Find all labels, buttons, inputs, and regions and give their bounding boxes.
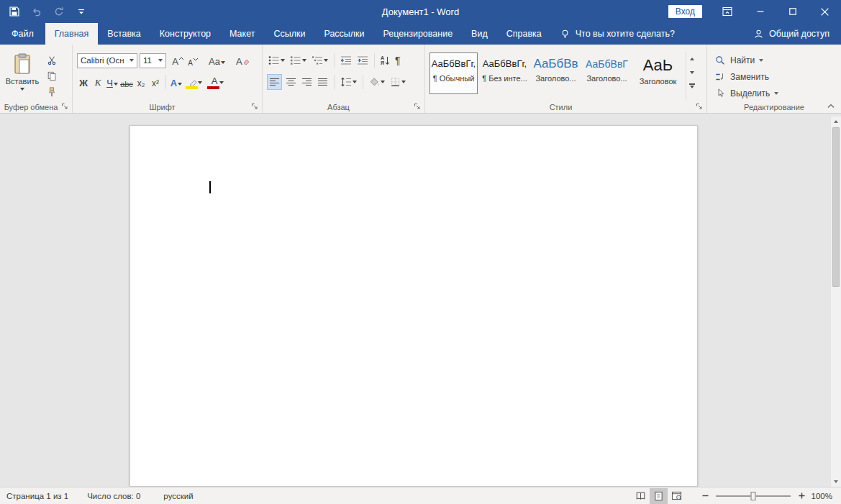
align-right-button[interactable] bbox=[300, 74, 314, 90]
scroll-up-arrow[interactable] bbox=[831, 116, 841, 127]
read-mode-button[interactable] bbox=[632, 488, 650, 504]
font-dialog-launcher[interactable] bbox=[250, 102, 259, 111]
sign-in-button[interactable]: Вход bbox=[668, 5, 702, 18]
minimize-icon bbox=[756, 7, 765, 16]
format-painter-button[interactable] bbox=[45, 86, 58, 98]
multilevel-list-button[interactable] bbox=[310, 52, 329, 68]
style-item-title[interactable]: АаЬ Заголовок bbox=[634, 52, 682, 94]
style-item-no-spacing[interactable]: АаБбВвГг, ¶ Без инте... bbox=[481, 52, 529, 94]
sort-button[interactable]: А Я bbox=[379, 52, 391, 68]
page-indicator[interactable]: Страница 1 из 1 bbox=[0, 487, 75, 504]
bullets-icon bbox=[268, 55, 280, 65]
shading-button[interactable] bbox=[368, 74, 386, 90]
zoom-level[interactable]: 100% bbox=[809, 492, 841, 500]
tab-view[interactable]: Вид bbox=[462, 23, 497, 45]
collapse-ribbon-button[interactable] bbox=[825, 101, 837, 111]
ribbon: Вставить Буфер обмена bbox=[0, 45, 841, 114]
minimize-button[interactable] bbox=[744, 0, 776, 23]
style-item-heading2[interactable]: АаБбВвГ Заголово... bbox=[583, 52, 631, 94]
replace-button[interactable]: Заменить bbox=[714, 68, 838, 85]
copy-button[interactable] bbox=[45, 70, 58, 82]
styles-scroll-up-button[interactable] bbox=[686, 52, 697, 65]
tab-help[interactable]: Справка bbox=[497, 23, 551, 45]
tab-file[interactable]: Файл bbox=[0, 23, 45, 45]
bold-button[interactable]: Ж bbox=[77, 74, 90, 90]
scrollbar-thumb[interactable] bbox=[832, 127, 840, 287]
zoom-out-button[interactable] bbox=[697, 488, 713, 504]
styles-scroll-down-button[interactable] bbox=[686, 65, 697, 79]
minus-icon bbox=[702, 492, 709, 499]
close-button[interactable] bbox=[809, 0, 841, 23]
scroll-down-arrow[interactable] bbox=[831, 477, 841, 487]
increase-indent-button[interactable] bbox=[355, 52, 370, 68]
clear-formatting-button[interactable]: А bbox=[236, 52, 250, 68]
superscript-button[interactable]: х² bbox=[149, 74, 162, 90]
styles-group-label: Стили bbox=[425, 103, 696, 111]
clipboard-small-buttons bbox=[45, 55, 58, 100]
save-button[interactable] bbox=[8, 5, 21, 18]
tab-insert[interactable]: Вставка bbox=[98, 23, 150, 45]
zoom-in-button[interactable] bbox=[794, 488, 809, 504]
find-button[interactable]: Найти bbox=[714, 52, 838, 68]
highlight-button[interactable] bbox=[184, 74, 201, 90]
select-button[interactable]: Выделить bbox=[714, 85, 838, 101]
print-layout-button[interactable] bbox=[650, 488, 668, 504]
redo-button[interactable] bbox=[53, 5, 65, 18]
font-size-combo[interactable]: 11 bbox=[140, 53, 166, 68]
show-marks-button[interactable]: ¶ bbox=[394, 52, 402, 68]
undo-button[interactable] bbox=[30, 5, 43, 18]
word-count[interactable]: Число слов: 0 bbox=[81, 487, 147, 504]
change-case-button[interactable]: Аа bbox=[209, 52, 225, 68]
document-page[interactable] bbox=[129, 125, 698, 487]
line-spacing-button[interactable] bbox=[339, 74, 358, 90]
tab-review[interactable]: Рецензирование bbox=[374, 23, 463, 45]
underline-button[interactable]: Ч bbox=[106, 74, 119, 90]
align-left-button[interactable] bbox=[267, 74, 282, 90]
highlight-color-bar bbox=[186, 86, 198, 89]
line-spacing-icon bbox=[340, 77, 352, 87]
styles-dialog-launcher[interactable] bbox=[695, 102, 704, 111]
borders-button[interactable] bbox=[388, 74, 407, 90]
bullets-button[interactable] bbox=[267, 52, 286, 68]
decrease-indent-button[interactable] bbox=[339, 52, 353, 68]
vertical-scrollbar[interactable] bbox=[830, 116, 841, 487]
clipboard-dialog-launcher[interactable] bbox=[60, 102, 69, 111]
align-center-button[interactable] bbox=[284, 74, 298, 90]
justify-button[interactable] bbox=[316, 74, 329, 90]
web-layout-icon bbox=[671, 491, 682, 500]
zoom-slider-thumb[interactable] bbox=[751, 492, 756, 500]
subscript-button[interactable]: х₂ bbox=[135, 74, 147, 90]
italic-button[interactable]: К bbox=[91, 74, 104, 90]
qat-customize-button[interactable] bbox=[75, 5, 88, 18]
justify-icon bbox=[317, 78, 328, 87]
tab-design[interactable]: Конструктор bbox=[150, 23, 220, 45]
numbering-button[interactable] bbox=[288, 52, 308, 68]
paste-button[interactable]: Вставить bbox=[4, 52, 40, 100]
ribbon-display-options-button[interactable] bbox=[715, 0, 740, 23]
tab-home[interactable]: Главная bbox=[45, 23, 99, 45]
web-layout-button[interactable] bbox=[668, 488, 686, 504]
font-color-button[interactable]: А bbox=[206, 74, 223, 90]
language-indicator[interactable]: русский bbox=[157, 487, 199, 504]
grow-font-button[interactable]: А bbox=[171, 52, 184, 68]
share-button[interactable]: Общий доступ bbox=[742, 23, 841, 45]
zoom-slider[interactable] bbox=[716, 495, 791, 497]
strikethrough-button[interactable]: abc bbox=[120, 74, 133, 90]
styles-gallery-expand-button[interactable] bbox=[686, 79, 697, 93]
shrink-font-button[interactable]: А bbox=[186, 52, 199, 68]
cut-button[interactable] bbox=[45, 55, 58, 66]
divider bbox=[374, 53, 375, 68]
style-item-heading1[interactable]: АаБбВв Заголово... bbox=[532, 52, 580, 94]
style-item-normal[interactable]: АаБбВвГг, ¶ Обычный bbox=[429, 52, 478, 94]
font-name-combo[interactable]: Calibri (Осн bbox=[77, 53, 137, 68]
tell-me-box[interactable]: Что вы хотите сделать? bbox=[551, 23, 683, 45]
tab-references[interactable]: Ссылки bbox=[264, 23, 314, 45]
styles-gallery: АаБбВвГг, ¶ Обычный АаБбВвГг, ¶ Без инте… bbox=[429, 52, 682, 100]
shading-icon bbox=[369, 77, 380, 87]
tab-layout[interactable]: Макет bbox=[220, 23, 264, 45]
tab-mailings[interactable]: Рассылки bbox=[314, 23, 373, 45]
paragraph-dialog-launcher[interactable] bbox=[413, 102, 422, 111]
text-effects-button[interactable]: А bbox=[170, 74, 183, 90]
maximize-button[interactable] bbox=[776, 0, 809, 23]
paste-icon bbox=[13, 53, 32, 75]
